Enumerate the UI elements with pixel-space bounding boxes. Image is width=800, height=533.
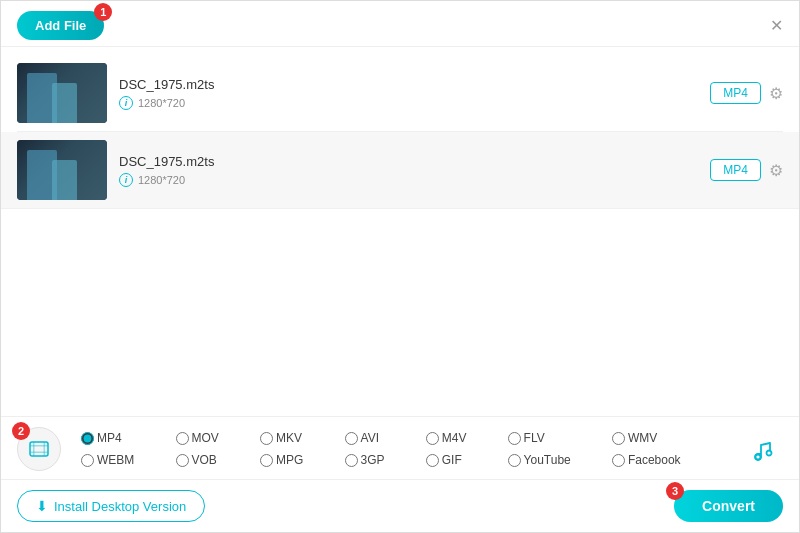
close-button[interactable]: ✕ <box>770 18 783 34</box>
music-note-icon <box>751 437 775 461</box>
info-icon: i <box>119 173 133 187</box>
list-item[interactable]: WEBM <box>75 451 168 469</box>
list-item[interactable]: WMV <box>606 429 714 447</box>
format-label-mpg: MPG <box>276 453 303 467</box>
add-file-badge: 1 <box>94 3 112 21</box>
thumbnail <box>17 140 107 200</box>
convert-label: Convert <box>702 498 755 514</box>
format-radio-grid: MP4 MOV MKV AVI M4V FLV <box>75 429 743 469</box>
format-label-webm: WEBM <box>97 453 134 467</box>
file-name: DSC_1975.m2ts <box>119 154 710 169</box>
info-icon: i <box>119 96 133 110</box>
list-item[interactable]: Facebook <box>606 451 714 469</box>
list-item[interactable]: MKV <box>254 429 337 447</box>
format-label-m4v: M4V <box>442 431 467 445</box>
file-meta: i 1280*720 <box>119 96 710 110</box>
list-item[interactable]: M4V <box>420 429 500 447</box>
list-item[interactable]: MPG <box>254 451 337 469</box>
settings-button-0[interactable]: ⚙ <box>769 84 783 103</box>
format-label-wmv: WMV <box>628 431 657 445</box>
list-item[interactable]: VOB <box>170 451 253 469</box>
format-badge-1[interactable]: MP4 <box>710 159 761 181</box>
list-item[interactable]: FLV <box>502 429 604 447</box>
table-row: DSC_1975.m2ts i 1280*720 MP4 ⚙ <box>1 132 799 209</box>
bottom-bar: 2 MP4 MOV MKV <box>1 416 799 532</box>
svg-rect-4 <box>44 442 46 456</box>
format-badge-number: 2 <box>12 422 30 440</box>
footer-bar: ⬇ Install Desktop Version 3 Convert <box>1 479 799 532</box>
format-label-youtube: YouTube <box>524 453 571 467</box>
format-section: 2 MP4 MOV MKV <box>1 416 799 479</box>
format-label-mp4: MP4 <box>97 431 122 445</box>
format-label-gif: GIF <box>442 453 462 467</box>
format-label-avi: AVI <box>361 431 379 445</box>
add-file-button[interactable]: Add File 1 <box>17 11 104 40</box>
table-row: DSC_1975.m2ts i 1280*720 MP4 ⚙ <box>17 55 783 132</box>
file-actions: MP4 ⚙ <box>710 82 783 104</box>
video-format-icon-btn[interactable]: 2 <box>17 427 61 471</box>
format-badge-0[interactable]: MP4 <box>710 82 761 104</box>
film-icon <box>28 438 50 460</box>
list-item[interactable]: YouTube <box>502 451 604 469</box>
list-item[interactable]: MOV <box>170 429 253 447</box>
format-label-vob: VOB <box>192 453 217 467</box>
list-item[interactable]: AVI <box>339 429 418 447</box>
list-item[interactable]: GIF <box>420 451 500 469</box>
file-info: DSC_1975.m2ts i 1280*720 <box>119 154 710 187</box>
audio-format-icon-btn[interactable] <box>743 429 783 469</box>
format-label-flv: FLV <box>524 431 545 445</box>
list-item[interactable]: 3GP <box>339 451 418 469</box>
svg-rect-0 <box>30 442 48 456</box>
format-label-facebook: Facebook <box>628 453 681 467</box>
list-item[interactable]: MP4 <box>75 429 168 447</box>
file-name: DSC_1975.m2ts <box>119 77 710 92</box>
svg-point-5 <box>756 455 761 460</box>
svg-rect-3 <box>33 442 35 456</box>
file-list: DSC_1975.m2ts i 1280*720 MP4 ⚙ DSC_1975.… <box>1 55 799 209</box>
file-resolution: 1280*720 <box>138 174 185 186</box>
convert-button[interactable]: 3 Convert <box>674 490 783 522</box>
add-file-label: Add File <box>35 18 86 33</box>
file-meta: i 1280*720 <box>119 173 710 187</box>
svg-point-6 <box>767 451 772 456</box>
install-desktop-button[interactable]: ⬇ Install Desktop Version <box>17 490 205 522</box>
svg-rect-1 <box>30 445 48 447</box>
header: Add File 1 ✕ <box>1 1 799 47</box>
format-label-mov: MOV <box>192 431 219 445</box>
svg-rect-2 <box>30 452 48 454</box>
format-label-3gp: 3GP <box>361 453 385 467</box>
thumbnail <box>17 63 107 123</box>
file-actions: MP4 ⚙ <box>710 159 783 181</box>
download-icon: ⬇ <box>36 498 48 514</box>
settings-button-1[interactable]: ⚙ <box>769 161 783 180</box>
install-label: Install Desktop Version <box>54 499 186 514</box>
format-label-mkv: MKV <box>276 431 302 445</box>
convert-badge: 3 <box>666 482 684 500</box>
file-info: DSC_1975.m2ts i 1280*720 <box>119 77 710 110</box>
file-resolution: 1280*720 <box>138 97 185 109</box>
